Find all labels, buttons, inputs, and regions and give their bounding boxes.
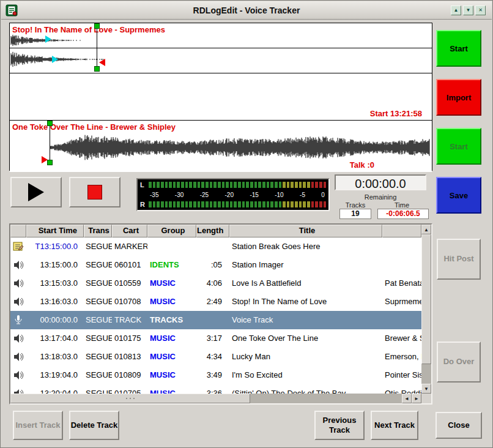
cell-length: 3:49 (196, 366, 229, 384)
cell-trans: SEGUE (84, 256, 112, 274)
column-header-start-time[interactable]: Start Time (26, 225, 84, 237)
close-window-icon[interactable]: ✕ (475, 6, 486, 15)
do-over-button[interactable]: Do Over (437, 342, 481, 383)
start-playback-button[interactable]: Start (436, 128, 481, 165)
cell-trans: SEGUE (84, 274, 112, 293)
marker-handle-bottom[interactable] (47, 160, 53, 165)
next-track-button[interactable]: Next Track (371, 411, 418, 440)
waveform-area: Stop! In The Name of Love - Suprmemes St… (9, 23, 432, 171)
start-marker-line[interactable] (50, 122, 50, 165)
marker-handle-top[interactable] (94, 23, 100, 29)
shade-window-icon[interactable]: ▲ (451, 6, 461, 15)
end-marker-line[interactable] (97, 24, 97, 70)
speaker-icon (10, 293, 26, 311)
cell-cart: MARKER (112, 237, 147, 256)
column-header-length[interactable]: Length (196, 225, 229, 237)
previous-track-pane[interactable]: Stop! In The Name of Love - Suprmemes (10, 23, 432, 73)
table-row[interactable]: 13:17:04.0SEGUE010175MUSIC3:17One Toke O… (10, 329, 421, 348)
table-row[interactable]: 13:18:03.0SEGUE010813MUSIC4:34Lucky ManE… (10, 348, 421, 366)
next-track-pane[interactable]: One Toke Over The Line - Brewer & Shiple… (10, 121, 432, 172)
speaker-icon (10, 274, 26, 293)
start-record-button[interactable]: Start (436, 30, 481, 67)
voice-track-pane[interactable]: Start 13:21:58 (10, 73, 432, 121)
table-row[interactable]: T13:15:00.0SEGUEMARKERStation Break Goes… (10, 237, 421, 256)
fade-marker-icon[interactable] (52, 56, 58, 63)
fade-marker-icon[interactable] (45, 35, 51, 43)
vertical-scrollbar[interactable]: ▲ ▼ (421, 225, 431, 394)
vertical-scroll-thumb[interactable] (421, 234, 431, 364)
horizontal-scrollbar[interactable]: ◄ ► (10, 394, 421, 403)
cell-start-time: 13:19:04.0 (26, 366, 84, 384)
scroll-right-icon[interactable]: ► (412, 394, 421, 403)
cell-cart: 010813 (112, 348, 147, 366)
column-header-trans[interactable]: Trans (84, 225, 112, 237)
cell-cart: 010705 (112, 384, 147, 394)
import-button[interactable]: Import (436, 79, 481, 116)
table-row[interactable]: 13:15:03.0SEGUE010559MUSIC4:06Love Is A … (10, 274, 421, 293)
log-rows: T13:15:00.0SEGUEMARKERStation Break Goes… (10, 237, 421, 394)
cell-group: MUSIC (147, 348, 196, 366)
table-row[interactable]: 13:16:03.0SEGUE010708MUSIC2:49Stop! In T… (10, 293, 421, 311)
play-button[interactable] (10, 177, 62, 207)
close-button[interactable]: Close (436, 412, 482, 439)
column-header-cart[interactable]: Cart (112, 225, 147, 237)
cell-artist: Brewer & S (382, 329, 421, 348)
segue-marker-icon[interactable] (99, 59, 105, 66)
titlebar: RDLogEdit - Voice Tracker ▲ ▼ ✕ (1, 1, 492, 20)
cell-title: Station Break Goes Here (229, 237, 382, 256)
cell-length: :05 (196, 256, 229, 274)
table-row[interactable]: 13:15:00.0SEGUE060101IDENTS:05Station Im… (10, 256, 421, 274)
cell-artist: Pat Benatar (382, 274, 421, 293)
insert-track-button[interactable]: Insert Track (13, 411, 63, 440)
cell-start-time: T13:15:00.0 (26, 237, 84, 256)
cell-start-time: 00:00:00.0 (26, 311, 84, 329)
meter-left-label: L (140, 181, 149, 189)
mic-icon (10, 311, 26, 329)
elapsed-time-display: 0:00:00.0 (335, 174, 426, 190)
cell-artist: Pointer Sist (382, 366, 421, 384)
meter-right (149, 201, 326, 207)
iconify-window-icon[interactable]: ▼ (463, 6, 473, 15)
table-row[interactable]: 13:19:04.0SEGUE010809MUSIC3:49I'm So Exc… (10, 366, 421, 384)
stop-button[interactable] (69, 177, 120, 207)
speaker-icon (10, 329, 26, 348)
delete-track-button[interactable]: Delete Track (69, 411, 119, 440)
log-table: Start Time Trans Cart Group Length Title… (9, 223, 432, 405)
cell-title: Lucky Man (229, 348, 382, 366)
time-remaining-value: -0:06:06.5 (377, 209, 429, 219)
column-header-icon[interactable] (10, 225, 26, 237)
meter-right-label: R (140, 201, 149, 208)
cell-group: MUSIC (147, 366, 196, 384)
hit-post-button[interactable]: Hit Post (437, 239, 481, 280)
cell-cart: TRACK (112, 311, 147, 329)
cell-group: TRACKS (147, 311, 196, 329)
column-header-group[interactable]: Group (147, 225, 196, 237)
scroll-down-icon[interactable]: ▼ (421, 384, 431, 394)
horizontal-scroll-thumb[interactable] (10, 394, 250, 403)
tracks-remaining-label: Tracks (337, 201, 374, 209)
cell-trans: SEGUE (84, 311, 112, 329)
cell-group: MUSIC (147, 293, 196, 311)
cell-length (196, 237, 229, 256)
cell-group: MUSIC (147, 384, 196, 394)
column-header-artist[interactable] (382, 225, 421, 237)
column-header-title[interactable]: Title (229, 225, 382, 237)
cell-cart: 010809 (112, 366, 147, 384)
cell-trans: SEGUE (84, 237, 112, 256)
cell-artist: Emerson, L (382, 348, 421, 366)
marker-handle-top[interactable] (47, 121, 53, 126)
cell-title: Love Is A Battlefield (229, 274, 382, 293)
cell-start-time: 13:15:03.0 (26, 274, 84, 293)
talk-marker-icon[interactable] (42, 156, 48, 163)
window-title: RDLogEdit - Voice Tracker (1, 6, 492, 15)
cell-artist (382, 311, 421, 329)
scroll-up-icon[interactable]: ▲ (421, 225, 431, 234)
marker-handle-bottom[interactable] (94, 66, 100, 72)
previous-track-button[interactable]: Previous Track (314, 411, 365, 440)
speaker-icon (10, 348, 26, 366)
table-row[interactable]: 00:00:00.0SEGUETRACKTRACKSVoice Track (10, 311, 421, 329)
save-button[interactable]: Save (436, 177, 481, 214)
meter-scale: -35-30-25-20-15-10-50 (149, 191, 326, 198)
table-row[interactable]: 13:20:04.0SEGUE010705MUSIC3:36(Sittin' O… (10, 384, 421, 394)
scroll-left-icon[interactable]: ◄ (402, 394, 412, 403)
